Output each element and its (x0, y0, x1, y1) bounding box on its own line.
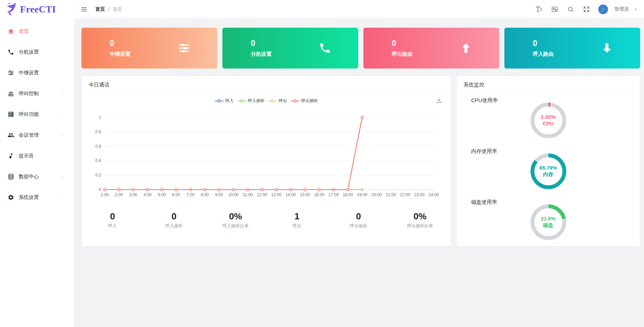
gauge-1: 85.79% 内存 (529, 152, 568, 191)
stat-card-label: 中继设置 (110, 51, 131, 57)
stat-card-0[interactable]: 0 中继设置 (81, 28, 217, 69)
svg-text:17:00: 17:00 (328, 192, 339, 197)
sidebar-item-label: 首页 (19, 28, 29, 35)
stat-card-text: 0 中继设置 (110, 39, 131, 57)
legend-item-0[interactable]: 呼入 (215, 98, 234, 104)
summary-label: 呼出接听 (328, 223, 389, 229)
breadcrumb: 首页 / 首页 (95, 6, 122, 12)
gauge-value: 85.79% (539, 165, 557, 171)
search-icon[interactable] (567, 6, 574, 13)
stat-card-2[interactable]: 0 呼出路由 (363, 28, 499, 69)
summary-stat-0: 0 呼入 (82, 211, 143, 229)
summary-label: 呼出 (266, 223, 328, 229)
svg-text:4:00: 4:00 (143, 192, 152, 197)
translate-icon[interactable] (551, 6, 558, 13)
panels: 今日通话 呼入 呼入接听 呼出 呼出接听 (81, 75, 640, 246)
main-area: 首页 / 首页 (74, 0, 644, 327)
chart-toolbar: 呼入 呼入接听 呼出 呼出接听 (82, 94, 451, 108)
breadcrumb-home[interactable]: 首页 (95, 6, 105, 12)
legend-marker (237, 99, 246, 103)
svg-text:13:00: 13:00 (271, 192, 282, 197)
sidebar-item-8[interactable]: 系统设置 (0, 187, 74, 208)
sidebar-item-6[interactable]: 提示音 (0, 145, 74, 166)
bird-logo-icon (4, 2, 18, 17)
fold-sidebar-icon[interactable] (81, 6, 88, 13)
svg-text:0: 0 (99, 187, 101, 192)
sidebar-item-7[interactable]: 数据中心 (0, 166, 74, 187)
monitor-row-1: 内存使用率 85.79% 内存 (457, 145, 640, 196)
sidebar-item-label: 呼叫控制 (19, 90, 39, 97)
system-monitor-title: 系统监控 (457, 76, 640, 94)
sidebar-item-1[interactable]: 分机设置 (0, 42, 74, 62)
stat-card-label: 呼入路由 (533, 51, 554, 57)
phone-icon (8, 49, 14, 55)
stat-card-text: 0 呼出路由 (392, 39, 413, 57)
sidebar-item-2[interactable]: 中继设置 (0, 62, 74, 83)
call-control-icon (8, 90, 14, 97)
sidebar-item-3[interactable]: 呼叫控制 (0, 83, 74, 104)
gauge-unit: 内存 (543, 171, 554, 178)
stat-card-text: 0 分机设置 (251, 39, 272, 57)
legend-item-3[interactable]: 呼出接听 (291, 98, 318, 104)
legend-marker (291, 99, 300, 103)
svg-text:12:00: 12:00 (257, 192, 267, 197)
sidebar-item-label: 系统设置 (19, 194, 39, 201)
sidebar: FreeCTI 首页分机设置中继设置呼叫控制呼叫功能会议管理提示音数据中心系统设… (0, 0, 74, 327)
font-size-icon[interactable] (535, 6, 542, 13)
legend-marker (215, 99, 224, 103)
sidebar-item-0[interactable]: 首页 (0, 21, 74, 42)
sidebar-item-label: 中继设置 (19, 70, 39, 76)
svg-text:1:00: 1:00 (100, 192, 109, 197)
server-icon (8, 111, 14, 118)
legend-item-1[interactable]: 呼入接听 (237, 98, 265, 104)
user-name[interactable]: 管理员 (614, 6, 629, 12)
summary-stat-2: 0% 呼入接听比率 (205, 211, 266, 229)
arrow-up-icon (460, 42, 472, 54)
summary-label: 呼入 (82, 223, 143, 229)
fullscreen-icon[interactable] (583, 6, 590, 13)
gauge-wrap: 85.79% 内存 (457, 152, 640, 191)
sidebar-item-label: 会议管理 (19, 132, 39, 138)
content: 0 中继设置 0 分机设置 0 呼出路由 0 呼入路由 今日通话 呼入 (74, 19, 644, 246)
users-icon (8, 132, 14, 138)
svg-text:16:00: 16:00 (314, 192, 325, 197)
legend-label: 呼出接听 (301, 98, 318, 104)
svg-text:19:00: 19:00 (357, 192, 367, 197)
monitor-row-2: 磁盘使用率 21.6% 磁盘 (457, 196, 640, 246)
gauge-text: 2.02% CPU (529, 101, 568, 140)
stat-card-1[interactable]: 0 分机设置 (222, 28, 358, 69)
svg-text:11:00: 11:00 (242, 192, 253, 197)
svg-text:6:00: 6:00 (172, 192, 180, 197)
sidebar-item-5[interactable]: 会议管理 (0, 125, 74, 145)
svg-text:14:00: 14:00 (285, 192, 296, 197)
svg-text:7:00: 7:00 (186, 192, 195, 197)
legend-label: 呼入接听 (248, 98, 265, 104)
svg-text:24:00: 24:00 (429, 192, 439, 197)
call-summary-row: 0 呼入0 呼入接听0% 呼入接听比率1 呼出0 呼出接听0% 呼出接听比率 (82, 200, 451, 229)
stat-card-3[interactable]: 0 呼入路由 (504, 28, 640, 69)
brand-logo[interactable]: FreeCTI (0, 0, 74, 19)
stat-card-label: 呼出路由 (392, 51, 413, 57)
gauge-unit: 磁盘 (543, 222, 554, 229)
svg-text:15:00: 15:00 (300, 192, 310, 197)
svg-text:9:00: 9:00 (215, 192, 223, 197)
avatar-bird-icon (600, 6, 606, 12)
gauge-wrap: 21.6% 磁盘 (457, 203, 640, 242)
summary-value: 1 (266, 211, 328, 222)
phone-icon (319, 42, 331, 54)
stat-card-value: 0 (110, 39, 131, 48)
svg-text:0.2: 0.2 (95, 173, 101, 178)
topbar-left: 首页 / 首页 (81, 6, 122, 13)
legend-item-2[interactable]: 呼出 (268, 98, 287, 104)
avatar[interactable] (598, 4, 608, 14)
arrow-down-icon (601, 42, 613, 54)
summary-value: 0 (328, 211, 389, 222)
download-icon[interactable] (436, 97, 442, 104)
summary-stat-4: 0 呼出接听 (328, 211, 389, 229)
svg-text:5:00: 5:00 (158, 192, 166, 197)
summary-label: 呼入接听比率 (205, 223, 266, 229)
svg-text:0.4: 0.4 (95, 158, 101, 163)
chevron-down-icon[interactable] (634, 7, 638, 11)
app-root: FreeCTI 首页分机设置中继设置呼叫控制呼叫功能会议管理提示音数据中心系统设… (0, 0, 644, 327)
sidebar-item-4[interactable]: 呼叫功能 (0, 104, 74, 125)
